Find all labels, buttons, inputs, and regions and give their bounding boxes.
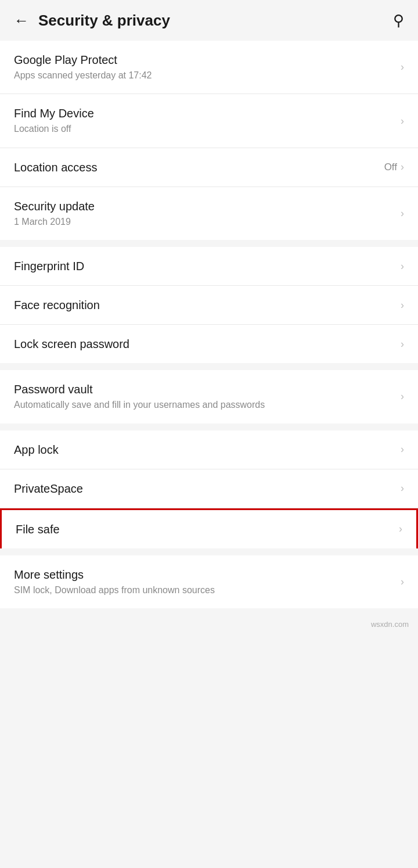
security-update-title: Security update — [14, 199, 395, 214]
chevron-icon: › — [399, 523, 402, 535]
more-settings-subtitle: SIM lock, Download apps from unknown sou… — [14, 584, 395, 597]
more-settings-item[interactable]: More settings SIM lock, Download apps fr… — [0, 555, 418, 608]
location-access-title: Location access — [14, 160, 379, 175]
location-access-value: Off — [384, 162, 397, 173]
location-access-right: Off › — [384, 161, 404, 173]
app-lock-right: › — [401, 443, 404, 455]
chevron-icon: › — [401, 482, 404, 494]
face-recognition-title: Face recognition — [14, 297, 395, 313]
fingerprint-id-content: Fingerprint ID — [14, 259, 395, 274]
fingerprint-id-item[interactable]: Fingerprint ID › — [0, 247, 418, 286]
section-security-info: Google Play Protect Apps scanned yesterd… — [0, 41, 418, 240]
google-play-protect-content: Google Play Protect Apps scanned yesterd… — [14, 52, 395, 82]
private-space-title: PrivateSpace — [14, 481, 395, 496]
location-access-content: Location access — [14, 160, 379, 175]
section-security-features: App lock › PrivateSpace › File safe › — [0, 431, 418, 548]
security-update-subtitle: 1 March 2019 — [14, 216, 395, 228]
find-my-device-title: Find My Device — [14, 106, 395, 121]
private-space-content: PrivateSpace — [14, 481, 395, 496]
face-recognition-right: › — [401, 299, 404, 311]
header-left: ← Security & privacy — [14, 12, 170, 30]
more-settings-content: More settings SIM lock, Download apps fr… — [14, 567, 395, 597]
chevron-icon: › — [401, 161, 404, 173]
chevron-icon: › — [401, 443, 404, 455]
face-recognition-content: Face recognition — [14, 297, 395, 313]
find-my-device-right: › — [401, 115, 404, 127]
header: ← Security & privacy ⚲ — [0, 0, 418, 41]
security-update-right: › — [401, 207, 404, 220]
find-my-device-content: Find My Device Location is off — [14, 106, 395, 135]
chevron-icon: › — [401, 61, 404, 73]
back-button[interactable]: ← — [14, 12, 29, 30]
find-my-device-item[interactable]: Find My Device Location is off › — [0, 94, 418, 148]
search-icon[interactable]: ⚲ — [393, 12, 404, 30]
chevron-icon: › — [401, 338, 404, 350]
password-vault-subtitle: Automatically save and fill in your user… — [14, 399, 395, 411]
app-lock-item[interactable]: App lock › — [0, 431, 418, 469]
fingerprint-id-right: › — [401, 260, 404, 272]
lock-screen-password-content: Lock screen password — [14, 336, 395, 351]
password-vault-content: Password vault Automatically save and fi… — [14, 382, 395, 411]
location-access-item[interactable]: Location access Off › — [0, 148, 418, 187]
google-play-protect-subtitle: Apps scanned yesterday at 17:42 — [14, 69, 395, 82]
file-safe-item[interactable]: File safe › — [0, 508, 418, 548]
watermark: wsxdn.com — [0, 615, 418, 633]
section-password-vault: Password vault Automatically save and fi… — [0, 370, 418, 423]
face-recognition-item[interactable]: Face recognition › — [0, 286, 418, 325]
google-play-protect-title: Google Play Protect — [14, 52, 395, 67]
security-update-content: Security update 1 March 2019 — [14, 199, 395, 228]
file-safe-title: File safe — [16, 522, 393, 537]
chevron-icon: › — [401, 207, 404, 220]
google-play-protect-item[interactable]: Google Play Protect Apps scanned yesterd… — [0, 41, 418, 94]
fingerprint-id-title: Fingerprint ID — [14, 259, 395, 274]
lock-screen-password-title: Lock screen password — [14, 336, 395, 351]
chevron-icon: › — [401, 260, 404, 272]
find-my-device-subtitle: Location is off — [14, 123, 395, 135]
more-settings-title: More settings — [14, 567, 395, 582]
more-settings-right: › — [401, 576, 404, 588]
password-vault-item[interactable]: Password vault Automatically save and fi… — [0, 370, 418, 423]
private-space-right: › — [401, 482, 404, 494]
private-space-item[interactable]: PrivateSpace › — [0, 469, 418, 508]
section-more-settings: More settings SIM lock, Download apps fr… — [0, 555, 418, 608]
chevron-icon: › — [401, 299, 404, 311]
chevron-icon: › — [401, 576, 404, 588]
google-play-protect-right: › — [401, 61, 404, 73]
file-safe-right: › — [399, 523, 402, 535]
page-title: Security & privacy — [38, 12, 170, 30]
chevron-icon: › — [401, 115, 404, 127]
section-biometrics: Fingerprint ID › Face recognition › Lock… — [0, 247, 418, 363]
file-safe-content: File safe — [16, 522, 393, 537]
lock-screen-password-right: › — [401, 338, 404, 350]
password-vault-title: Password vault — [14, 382, 395, 397]
password-vault-right: › — [401, 390, 404, 403]
lock-screen-password-item[interactable]: Lock screen password › — [0, 325, 418, 363]
chevron-icon: › — [401, 390, 404, 403]
app-lock-title: App lock — [14, 442, 395, 457]
security-update-item[interactable]: Security update 1 March 2019 › — [0, 187, 418, 240]
app-lock-content: App lock — [14, 442, 395, 457]
